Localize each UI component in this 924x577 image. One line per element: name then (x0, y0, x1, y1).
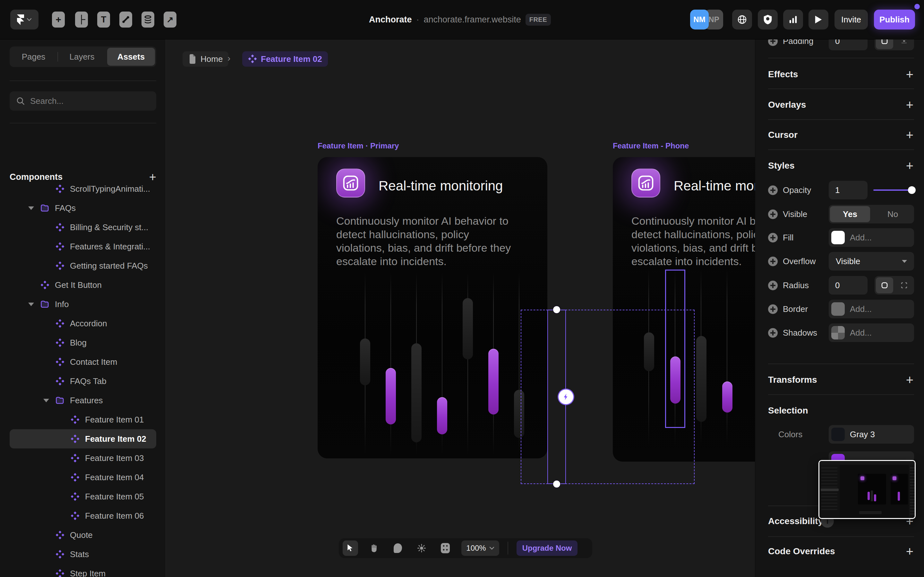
sidebar-tree-item[interactable]: Feature Item 06 (10, 506, 156, 525)
chart-bar-dark[interactable] (463, 298, 473, 359)
variable-plus-icon[interactable] (768, 328, 778, 338)
overlays-section[interactable]: Overlays+ (755, 93, 924, 117)
shadows-swatch[interactable] (831, 326, 845, 340)
canvas-preview-thumbnail[interactable] (819, 460, 916, 519)
transforms-section[interactable]: Transforms+ (755, 368, 924, 392)
tab-layers[interactable]: Layers (58, 48, 106, 66)
text-tool-button[interactable]: T (97, 11, 110, 27)
add-effect-button[interactable]: + (906, 67, 913, 82)
publish-button[interactable]: Publish (874, 10, 915, 29)
search-input[interactable] (30, 96, 145, 106)
uniform-radius-icon[interactable] (876, 277, 893, 293)
theme-toggle-button[interactable] (414, 540, 429, 556)
fill-field[interactable]: Add... (829, 228, 914, 247)
cursor-tool-button[interactable] (342, 540, 358, 556)
border-color-swatch[interactable] (831, 302, 845, 316)
visible-no-option[interactable]: No (873, 206, 913, 222)
invite-button[interactable]: Invite (835, 10, 868, 29)
variable-plus-icon[interactable] (768, 304, 778, 314)
sidebar-tree-item[interactable]: Blog (10, 333, 156, 352)
sidebar-tree-item[interactable]: FAQs Tab (10, 372, 156, 391)
project-title-group[interactable]: Anchorate · anchorate.framer.website FRE… (369, 0, 551, 39)
sidebar-tree-item[interactable]: Stats (10, 545, 156, 564)
code-overrides-section[interactable]: Code Overrides+ (755, 540, 924, 563)
chart-bar-purple[interactable] (437, 397, 447, 434)
comment-tool-button[interactable] (390, 540, 405, 556)
styles-section[interactable]: Styles+ (755, 154, 924, 177)
resize-handle-top[interactable] (553, 306, 560, 313)
sidebar-tree-item[interactable]: ScrollTypingAnimati... (10, 179, 156, 198)
assets-tool-button[interactable] (438, 540, 453, 556)
layout-tool-button[interactable] (75, 11, 88, 27)
search-field[interactable] (10, 91, 156, 111)
sidebar-tree-item[interactable]: Contact Item (10, 352, 156, 372)
sidebar-tree-item[interactable]: Features (10, 391, 156, 410)
sidebar-tree-item[interactable]: Feature Item 05 (10, 487, 156, 506)
variable-plus-icon[interactable] (768, 185, 778, 195)
overflow-select[interactable]: Visible (829, 252, 914, 271)
sidebar-tree-item[interactable]: Feature Item 03 (10, 448, 156, 468)
sidebar-tree-item[interactable]: Quote (10, 525, 156, 545)
zoom-level-select[interactable]: 100% (461, 540, 499, 556)
chart-bar-dark[interactable] (696, 336, 706, 422)
add-transform-button[interactable]: + (906, 373, 913, 387)
add-overlay-button[interactable]: + (906, 98, 913, 112)
tab-assets[interactable]: Assets (107, 48, 155, 66)
sidebar-tree-item[interactable]: Billing & Security st... (10, 218, 156, 237)
insert-plus-button[interactable]: + (52, 11, 65, 27)
chart-bar-purple[interactable] (386, 368, 396, 424)
effects-section[interactable]: Effects+ (755, 63, 924, 86)
individual-radius-icon[interactable] (896, 277, 913, 293)
add-code-override-button[interactable]: + (906, 544, 913, 559)
vector-tool-button[interactable] (120, 11, 132, 27)
avatar-nm[interactable]: NM (690, 10, 709, 29)
export-button[interactable]: ↗ (164, 11, 176, 27)
breadcrumb-home-chip[interactable]: Home (183, 51, 228, 67)
opacity-slider-knob[interactable] (908, 186, 916, 194)
visible-yes-option[interactable]: Yes (830, 206, 870, 222)
site-settings-button[interactable] (732, 10, 752, 29)
cursor-section[interactable]: Cursor+ (755, 123, 924, 147)
tab-pages[interactable]: Pages (10, 48, 57, 66)
radius-input[interactable]: 0 (829, 276, 867, 295)
cms-button[interactable] (142, 11, 154, 27)
sidebar-tree-item[interactable]: Feature Item 02 (10, 429, 156, 448)
add-style-button[interactable]: + (906, 159, 913, 173)
analytics-button[interactable] (783, 10, 803, 29)
fill-color-swatch[interactable] (831, 231, 845, 244)
chart-bar-dark[interactable] (360, 338, 370, 385)
main-menu-button[interactable] (10, 10, 39, 29)
colors-field[interactable]: Gray 3 (829, 425, 914, 444)
selected-layer-outline-phone[interactable] (665, 269, 685, 428)
feature-card-primary[interactable]: Real-time monitoring Continuously monito… (318, 157, 548, 458)
sidebar-tree-item[interactable]: Feature Item 04 (10, 468, 156, 487)
hand-tool-button[interactable] (367, 540, 382, 556)
add-cursor-button[interactable]: + (906, 128, 913, 142)
upgrade-button[interactable]: Upgrade Now (517, 540, 577, 556)
border-field[interactable]: Add... (829, 300, 914, 318)
sidebar-tree-item[interactable]: Accordion (10, 314, 156, 333)
variable-plus-icon[interactable] (768, 280, 778, 290)
chevron-down-icon[interactable] (28, 303, 34, 306)
radius-mode-toggle[interactable] (875, 276, 914, 295)
breadcrumb-current-chip[interactable]: Feature Item 02 (242, 51, 328, 67)
plugins-button[interactable] (758, 10, 778, 29)
sidebar-tree-item[interactable]: Info (10, 295, 156, 314)
chevron-down-icon[interactable] (43, 399, 49, 402)
chevron-down-icon[interactable] (28, 206, 34, 210)
variable-plus-icon[interactable] (768, 210, 778, 219)
variable-plus-icon[interactable] (768, 256, 778, 266)
sidebar-tree-item[interactable]: Get It Button (10, 276, 156, 295)
shadows-field[interactable]: Add... (829, 324, 914, 342)
frame-label-phone[interactable]: Feature Item - Phone (613, 141, 689, 150)
sidebar-tree-item[interactable]: FAQs (10, 198, 156, 218)
chart-bar-purple[interactable] (488, 349, 499, 414)
opacity-slider[interactable] (873, 189, 913, 191)
sidebar-tree-item[interactable]: Step Item (10, 564, 156, 577)
interaction-badge[interactable] (559, 390, 573, 404)
sidebar-tree-item[interactable]: Feature Item 01 (10, 410, 156, 429)
sidebar-tree-item[interactable]: Features & Integrati... (10, 237, 156, 256)
chart-bar-dark[interactable] (411, 343, 422, 442)
variable-plus-icon[interactable] (768, 233, 778, 242)
opacity-input[interactable]: 1 (829, 181, 867, 199)
